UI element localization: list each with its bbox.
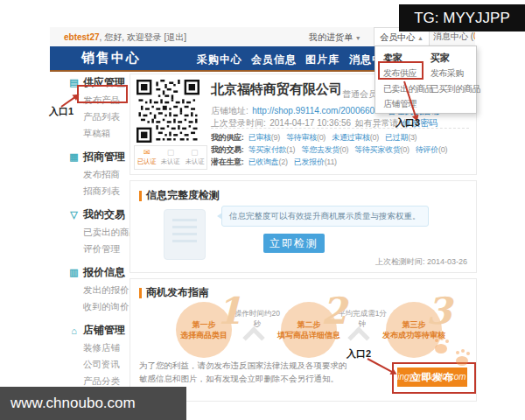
username: ebtest27 [64,32,100,42]
badge-unverified: ▢ 未认证 [183,146,206,169]
stats-trade-row: 我的交易: 等买家付款(1) 等您去发货(0) 等待买家收货(0) 待评价(0) [211,144,473,156]
title-bar-accent [139,288,142,298]
sidebar: ▤ 供应管理 发布产品 产品列表 草稿箱 ▦ 招商管理 发布招商 招商列表 ▽ … [68,72,128,420]
nav-sales-center[interactable]: 销售中心 [81,50,141,66]
sidebar-item-decorate-shop[interactable]: 装修店铺 [83,342,128,354]
mail-verified-icon: ✉ [135,148,158,157]
caret-down-icon: ▼ [355,35,361,41]
sidebar-item-drafts[interactable]: 草稿箱 [83,128,128,140]
guide-title: 商机发布指南 [139,285,209,300]
logout-link[interactable]: [退出] [164,32,186,42]
title-bar-accent [139,191,142,201]
stat-link[interactable]: 已审核 [248,133,271,142]
stat-link[interactable]: 等您去发货 [302,145,340,154]
entry1-label: 入口1 [49,105,74,118]
sidebar-section-merchant: ▦ 招商管理 [68,150,128,164]
sidebar-section-quotes: ▥ 报价信息 [68,265,128,280]
entry1-highlight-box [77,85,128,103]
last-check-time: 上次检测时间: 2014-03-26 [375,256,467,268]
nav-member-info[interactable]: 会员信息 [251,52,297,67]
baidu-watermark-text: jingyan.baidu.com [396,372,466,382]
step1-number: 1 [216,293,242,330]
integrity-title: 信息完整度检测 [139,188,220,203]
dropdown-buyer-header: 买家 [430,52,450,65]
stat-link[interactable]: 等待审核 [286,133,317,142]
sidebar-item-publish-merchant[interactable]: 发布招商 [83,169,128,181]
badge-verified: ✉ 已认证 [135,146,158,169]
stat-link[interactable]: 待评价 [416,145,438,154]
sidebar-section-trades: ▽ 我的交易 [68,207,128,222]
site-watermark-overlay: www.chnoubo.com [0,387,186,420]
entry3-highlight-box [378,61,424,80]
nav-image-library[interactable]: 图片库 [305,52,340,67]
sidebar-item-sent-quotes[interactable]: 发出的报价 [83,284,128,297]
welcome-text: ebtest27, 您好, 欢迎登录 [退出] [64,32,186,44]
sidebar-item-sold-items[interactable]: 已卖出的商品 [83,227,128,239]
sidebar-item-company-news[interactable]: 公司资讯 [83,359,128,371]
stats-potential-row: 潜在生意: 已收询盘(2) 已发报价(11) [211,157,473,168]
stat-link[interactable]: 已过期 [385,133,408,142]
shop-management-icon: ⌂ [68,326,80,336]
sidebar-item-merchant-list[interactable]: 招商列表 [83,186,128,198]
company-name: 北京福特商贸有限公司 [211,81,342,98]
stat-link[interactable]: 未通过审核 [332,133,370,142]
member-level: 普通会员 [342,89,377,99]
stat-link[interactable]: 已收询盘 [248,158,279,166]
divider [211,128,469,129]
nav-purchase-center[interactable]: 采购中心 [197,52,242,67]
last-login-label: 上次登录时间: [211,118,266,128]
stat-link[interactable]: 等待买家收货 [354,145,400,154]
chevron-up-icon [242,326,264,348]
member-center-dropdown: 卖家 买家 发布供应 发布采购 已卖出的商品 已买到的商品 店铺管理 [374,46,477,114]
chevron-up-icon [347,326,369,348]
entry3-label: 入口3 [396,116,420,130]
caret-up-icon: ▲ [417,35,424,41]
my-trades-icon: ▽ [68,209,80,220]
dropdown-bought-items[interactable]: 已买到的商品 [430,83,480,95]
last-login-time: 2014-04-17 10:36:56 [270,118,351,128]
abnormal-hint: 如有异常请 [355,118,399,128]
stat-link[interactable]: 已发报价 [294,158,325,166]
entry2-label: 入口2 [346,347,371,360]
integrity-card: 信息完整度检测 信息完整度可以有效提升商机展示质量与搜索权重。 立即检测 上次检… [130,180,477,273]
unverified-icon: ▢ [158,148,182,157]
sidebar-item-review-management[interactable]: 评价管理 [83,243,128,256]
sidebar-section-shop: ⌂ 店铺管理 [68,323,128,338]
sidebar-item-received-inquiries[interactable]: 收到的询价 [83,301,128,313]
integrity-tip-bubble: 信息完整度可以有效提升商机展示质量与搜索权重。 [221,206,429,227]
unverified-icon: ▢ [183,148,206,157]
sidebar-item-product-list[interactable]: 产品列表 [83,111,128,123]
step2-number: 2 [321,293,346,330]
disclaimer-text: 为了您的利益，请勿发布违反国家法律法规及各项要求的敏感信息和图片，如有发现会立即… [139,360,347,385]
purchase-list-link[interactable]: 我的进货单 ▼ [309,32,361,44]
merchant-management-icon: ▦ [68,151,80,163]
step3-number: 3 [426,293,452,330]
shop-qr-code [136,80,200,143]
check-now-button[interactable]: 立即检测 [263,234,325,253]
sidebar-item-product-category[interactable]: 产品分类 [83,375,128,388]
stat-link[interactable]: 等买家付款 [248,145,287,154]
document-illustration-icon [164,209,206,260]
quote-info-icon: ▥ [68,267,80,278]
tg-badge-overlay: TG: MYYJJPP [399,4,525,32]
screenshot: ebtest27, 您好, 欢迎登录 [退出] 我的进货单 ▼ 会员中心 ▲ 消… [0,0,525,420]
stats-supply-row: 我的供应: 已审核(9) 等待审核(0) 未通过审核(0) 已过期(3) [211,132,473,144]
certification-badges: ✉ 已认证 ▢ 未认证 ▢ 未认证 [134,145,207,170]
unread-count: 0条未读 [473,32,475,41]
badge-unverified: ▢ 未认证 [158,146,182,169]
dropdown-publish-purchase[interactable]: 发布采购 [430,67,464,80]
